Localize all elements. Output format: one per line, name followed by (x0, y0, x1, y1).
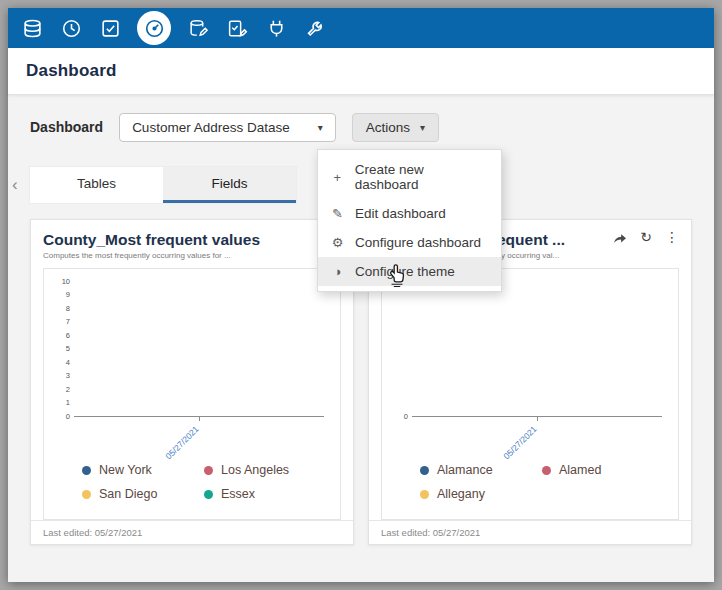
scroll-left-chevron-icon[interactable]: ‹ (12, 175, 18, 195)
legend-item-allegany[interactable]: Allegany (420, 487, 538, 501)
y-tick-label: 4 (66, 359, 70, 367)
chart: 01 05/27/2021 AlamanceAlamedAllegany (381, 268, 679, 520)
task-edit-icon[interactable] (225, 16, 249, 40)
menu-item-label: Create new dashboard (355, 162, 489, 192)
gear-icon: ⚙ (330, 236, 345, 249)
tab-tables[interactable]: Tables (30, 167, 163, 203)
pencil-icon: ✎ (330, 207, 345, 220)
menu-item-label: Configure dashboard (355, 235, 481, 250)
y-tick-label: 7 (66, 318, 70, 326)
clock-icon[interactable] (59, 16, 83, 40)
y-tick-label: 10 (62, 278, 70, 286)
y-tick-label: 0 (404, 413, 408, 421)
database-icon[interactable] (20, 16, 44, 40)
dashboard-icon[interactable] (137, 11, 171, 45)
page-title: Dashboard (26, 61, 117, 81)
refresh-icon[interactable]: ↻ (640, 230, 652, 244)
x-tick-label: 05/27/2021 (502, 424, 539, 461)
legend-dot (420, 490, 429, 499)
card-footer: Last edited: 05/27/2021 (369, 520, 691, 546)
legend-label: Alamed (559, 463, 601, 477)
legend-item-san-diego[interactable]: San Diego (82, 487, 200, 501)
chevron-down-icon: ▾ (318, 122, 323, 133)
legend-label: Alamance (437, 463, 493, 477)
legend-item-alamance[interactable]: Alamance (420, 463, 538, 477)
wrench-icon[interactable] (303, 16, 327, 40)
y-tick-label: 8 (66, 305, 70, 313)
menu-item-create-new-dashboard[interactable]: +Create new dashboard (318, 155, 501, 199)
chevron-down-icon: ▾ (420, 122, 425, 133)
plot-area: 012345678910 05/27/2021 (74, 281, 324, 417)
more-kebab-icon[interactable]: ⋮ (665, 230, 679, 244)
legend-label: Allegany (437, 487, 485, 501)
legend-label: New York (99, 463, 152, 477)
tab-strip: Tables Fields (30, 167, 296, 203)
checkbox-icon[interactable] (98, 16, 122, 40)
legend: AlamanceAlamedAllegany (412, 459, 668, 519)
y-tick-label: 9 (66, 291, 70, 299)
legend-dot (204, 490, 213, 499)
legend-item-los-angeles[interactable]: Los Angeles (204, 463, 322, 477)
menu-item-configure-theme[interactable]: ◑Configure theme (318, 257, 501, 286)
chart: 012345678910 05/27/2021 New YorkLos Ange… (43, 268, 341, 520)
legend-item-new-york[interactable]: New York (82, 463, 200, 477)
legend-item-essex[interactable]: Essex (204, 487, 322, 501)
plus-icon: + (330, 171, 345, 184)
card-subtitle: y occurring val... (501, 251, 679, 260)
legend-item-alamed[interactable]: Alamed (542, 463, 660, 477)
x-axis-tick (537, 416, 538, 421)
plot-area: 01 05/27/2021 (412, 281, 662, 417)
content-area: Dashboard Customer Address Datase ▾ Acti… (8, 95, 714, 582)
menu-item-label: Configure theme (355, 264, 455, 279)
legend: New YorkLos AngelesSan DiegoEssex (74, 459, 330, 519)
dataset-selector-value: Customer Address Datase (132, 120, 290, 135)
plug-icon[interactable] (264, 16, 288, 40)
app-toolbar (8, 8, 714, 48)
legend-label: Los Angeles (221, 463, 289, 477)
x-tick-label: 05/27/2021 (164, 424, 201, 461)
card-footer: Last edited: 05/27/2021 (31, 520, 353, 546)
legend-dot (204, 466, 213, 475)
card-subtitle: Computes the most frequently occurring v… (43, 251, 341, 260)
card-title: equent ... (497, 230, 604, 249)
y-tick-label: 3 (66, 372, 70, 380)
y-tick-label: 6 (66, 332, 70, 340)
menu-item-edit-dashboard[interactable]: ✎Edit dashboard (318, 199, 501, 228)
legend-dot (82, 466, 91, 475)
dashboard-toolbar: Dashboard Customer Address Datase ▾ Acti… (30, 111, 692, 143)
widget-card-county: County_Most frequent values ↻ Computes t… (30, 219, 354, 545)
theme-icon: ◑ (330, 265, 345, 278)
actions-button[interactable]: Actions ▾ (352, 113, 439, 142)
database-edit-icon[interactable] (186, 16, 210, 40)
legend-dot (542, 466, 551, 475)
dashboard-label: Dashboard (30, 119, 103, 135)
legend-label: Essex (221, 487, 255, 501)
dataset-selector[interactable]: Customer Address Datase ▾ (119, 113, 336, 142)
menu-item-label: Edit dashboard (355, 206, 446, 221)
actions-menu: +Create new dashboard✎Edit dashboard⚙Con… (317, 149, 502, 292)
app-window: Dashboard Dashboard Customer Address Dat… (8, 8, 714, 582)
x-axis-tick (199, 416, 200, 421)
menu-item-configure-dashboard[interactable]: ⚙Configure dashboard (318, 228, 501, 257)
card-title: County_Most frequent values (43, 230, 321, 249)
legend-dot (82, 490, 91, 499)
y-tick-label: 0 (66, 413, 70, 421)
legend-dot (420, 466, 429, 475)
page-header: Dashboard (8, 48, 714, 95)
y-tick-label: 5 (66, 345, 70, 353)
share-icon[interactable] (612, 231, 627, 244)
actions-button-label: Actions (366, 120, 410, 135)
y-tick-label: 1 (66, 399, 70, 407)
legend-label: San Diego (99, 487, 157, 501)
y-tick-label: 2 (66, 386, 70, 394)
tab-fields[interactable]: Fields (163, 167, 296, 203)
